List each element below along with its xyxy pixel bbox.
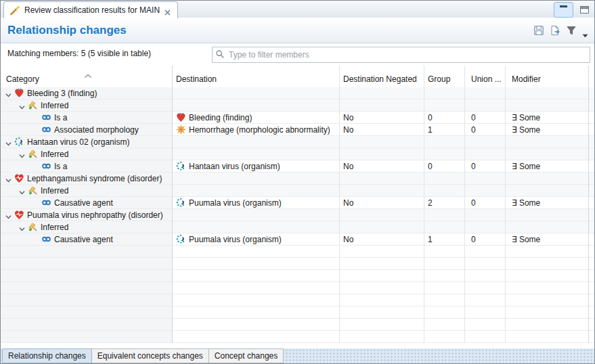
chevron-down-icon[interactable]	[5, 138, 12, 145]
column-header-destination-negated[interactable]: Destination Negated	[339, 66, 424, 87]
column-separator	[339, 66, 340, 343]
category-cell: Is a	[1, 112, 172, 123]
destination-cell: Puumala virus (organism)	[172, 233, 339, 245]
category-cell: Lepthangamushi syndrome (disorder)	[1, 173, 172, 184]
filter-menu-button[interactable]	[581, 24, 589, 36]
category-label: Bleeding 3 (finding)	[27, 89, 97, 98]
union-cell: 0	[464, 124, 505, 135]
destination-label: Hantaan virus (organism)	[189, 162, 280, 171]
column-separator	[588, 66, 589, 343]
destination-negated-cell: No	[339, 197, 424, 208]
member-filter-input[interactable]	[227, 47, 589, 62]
column-header-group[interactable]: Group	[424, 66, 464, 87]
column-header-destination[interactable]: Destination	[172, 66, 339, 87]
column-separator	[464, 66, 465, 343]
category-cell	[1, 294, 172, 306]
group-cell: 0	[424, 160, 464, 172]
union-cell: 0	[464, 160, 505, 172]
column-header-union[interactable]: Union ...	[464, 66, 505, 87]
modifier-cell: ∃ Some	[505, 124, 594, 135]
caret-down-icon	[582, 28, 588, 32]
category-label: Lepthangamushi syndrome (disorder)	[27, 174, 162, 183]
relationship-icon	[41, 198, 51, 208]
category-label: Causative agent	[54, 235, 113, 244]
relationship-icon	[41, 112, 51, 122]
destination-label: Hemorrhage (morphologic abnormality)	[189, 125, 330, 135]
minimize-icon	[560, 5, 567, 7]
category-cell	[1, 246, 172, 257]
bottom-tab-strip: Relationship changesEquivalent concepts …	[1, 348, 594, 363]
destination-label: Puumala virus (organism)	[189, 235, 282, 244]
category-cell: Is a	[1, 160, 172, 172]
classification-wand-icon	[10, 5, 20, 16]
chevron-down-icon[interactable]	[18, 223, 26, 231]
inferred-icon	[28, 222, 38, 232]
chevron-down-icon[interactable]	[18, 187, 26, 194]
modifier-cell: ∃ Some	[505, 197, 594, 208]
table-bottom-gap	[1, 343, 594, 348]
classification-results-window: Review classification results for MAIN R…	[0, 0, 595, 364]
bottom-tab-concept-changes[interactable]: Concept changes	[209, 348, 284, 363]
maximize-icon	[579, 5, 590, 15]
category-cell: Associated morphology	[1, 124, 172, 135]
organism-icon	[176, 198, 186, 208]
category-cell: Causative agent	[1, 233, 172, 245]
close-icon[interactable]	[164, 7, 171, 14]
inferred-icon	[28, 149, 38, 159]
relationship-icon	[41, 124, 51, 135]
relationship-icon	[41, 161, 51, 171]
modifier-cell: ∃ Some	[505, 112, 594, 123]
category-cell: Inferred	[1, 148, 172, 160]
minimize-button[interactable]	[554, 2, 573, 18]
bottom-tab-relationship-changes[interactable]: Relationship changes	[2, 348, 92, 363]
editor-tab-title: Review classification results for MAIN	[24, 5, 160, 15]
destination-cell: Hemorrhage (morphologic abnormality)	[172, 124, 339, 135]
organism-icon	[176, 161, 186, 171]
save-icon	[533, 25, 544, 35]
category-label: Inferred	[41, 223, 68, 232]
category-cell: Causative agent	[1, 197, 172, 208]
category-cell	[1, 258, 172, 269]
view-toolbar	[533, 24, 589, 36]
save-button[interactable]	[533, 24, 544, 36]
disorder-icon	[14, 173, 24, 183]
view-header: Relationship changes	[1, 18, 594, 43]
inferred-icon	[28, 185, 38, 196]
bottom-tab-equivalent-concepts-changes[interactable]: Equivalent concepts changes	[92, 348, 209, 363]
export-button[interactable]	[549, 24, 560, 36]
category-cell	[1, 270, 172, 281]
category-label: Causative agent	[54, 198, 113, 208]
category-label: Inferred	[41, 186, 68, 196]
union-cell: 0	[464, 112, 505, 123]
group-cell: 1	[424, 233, 464, 245]
finding-icon	[14, 88, 24, 98]
destination-negated-cell: No	[339, 160, 424, 172]
group-cell: 2	[424, 197, 464, 208]
modifier-cell: ∃ Some	[505, 160, 594, 172]
chevron-down-icon[interactable]	[5, 211, 12, 219]
union-cell: 0	[464, 233, 505, 245]
column-header-modifier[interactable]: Modifier	[505, 66, 594, 87]
search-icon	[215, 49, 225, 59]
export-icon	[550, 25, 560, 35]
finding-icon	[176, 112, 186, 122]
maximize-button[interactable]	[577, 3, 592, 17]
chevron-down-icon[interactable]	[5, 89, 12, 97]
filter-icon	[566, 25, 576, 35]
chevron-down-icon[interactable]	[18, 150, 26, 158]
category-label: Associated morphology	[54, 125, 139, 135]
category-cell	[1, 282, 172, 294]
category-cell: Hantaan virus 02 (organism)	[1, 136, 172, 147]
editor-tab-review-classification[interactable]: Review classification results for MAIN	[3, 1, 178, 18]
destination-cell: Hantaan virus (organism)	[172, 160, 339, 172]
page-title: Relationship changes	[7, 18, 127, 43]
column-header-category[interactable]: Category	[1, 66, 172, 87]
destination-label: Bleeding (finding)	[189, 113, 252, 122]
chevron-down-icon[interactable]	[18, 101, 26, 109]
category-label: Is a	[54, 162, 67, 171]
filter-button[interactable]	[565, 24, 577, 36]
destination-negated-cell: No	[339, 124, 424, 135]
category-cell: Inferred	[1, 221, 172, 233]
chevron-down-icon[interactable]	[5, 175, 12, 182]
category-cell: Inferred	[1, 185, 172, 196]
